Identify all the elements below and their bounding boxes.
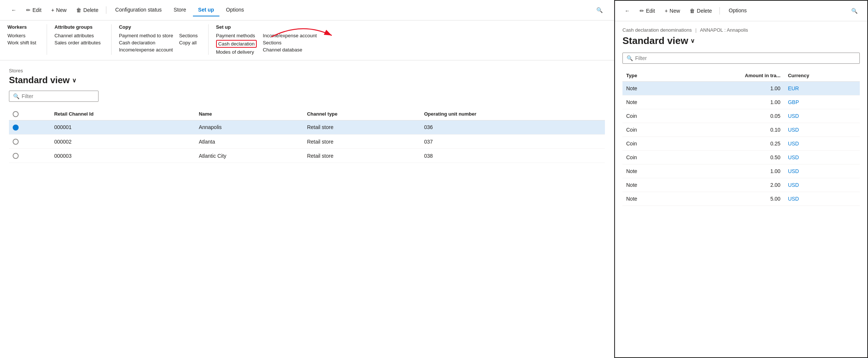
right-view-chevron[interactable]: ∨: [690, 37, 695, 44]
row-radio-0[interactable]: [13, 125, 19, 131]
right-filter-input[interactable]: [635, 55, 856, 61]
ribbon-link-sales-order-attributes[interactable]: Sales order attributes: [54, 40, 101, 45]
row-radio-cell[interactable]: [9, 120, 50, 134]
ribbon: Workers Workers Work shift list Attribut…: [0, 21, 614, 60]
right-back-button[interactable]: ←: [621, 6, 634, 16]
right-delete-button[interactable]: 🗑 Delete: [686, 6, 715, 16]
row-amount: 0.25: [671, 137, 784, 151]
ribbon-link-modes-of-delivery[interactable]: Modes of delivery: [216, 49, 257, 55]
row-channel-id[interactable]: 000001: [50, 120, 195, 134]
ribbon-link-channel-attributes[interactable]: Channel attributes: [54, 33, 101, 38]
col-amount[interactable]: Amount in tra...: [671, 70, 784, 82]
ribbon-link-workers[interactable]: Workers: [7, 33, 36, 38]
back-button[interactable]: ←: [7, 5, 20, 15]
col-operating-unit[interactable]: Operating unit number: [420, 108, 605, 120]
edit-label: Edit: [32, 7, 41, 13]
table-row[interactable]: 000003 Atlantic City Retail store 038: [9, 149, 605, 163]
table-row[interactable]: Note 1.00 USD: [622, 164, 860, 178]
table-row[interactable]: Note 5.00 USD: [622, 192, 860, 206]
row-currency: USD: [784, 178, 860, 192]
col-retail-channel-id[interactable]: Retail Channel Id: [50, 108, 195, 120]
edit-button[interactable]: ✏ Edit: [22, 5, 45, 15]
ribbon-link-workshift[interactable]: Work shift list: [7, 40, 36, 45]
ribbon-group-workers-title: Workers: [7, 24, 36, 30]
table-row[interactable]: 000002 Atlanta Retail store 037: [9, 134, 605, 148]
row-channel-id[interactable]: 000003: [50, 149, 195, 163]
tab-configuration-status[interactable]: Configuration status: [110, 4, 167, 16]
tab-setup[interactable]: Set up: [193, 4, 219, 16]
row-currency: GBP: [784, 95, 860, 109]
ribbon-link-copy-income-expense[interactable]: Income/expense account: [119, 47, 173, 53]
ribbon-group-attributes-title: Attribute groups: [54, 24, 101, 30]
right-toolbar: ← ✏ Edit + New 🗑 Delete Options 🔍: [615, 1, 867, 21]
table-row[interactable]: Note 1.00 EUR: [622, 82, 860, 95]
ribbon-link-copy-all[interactable]: Copy all: [179, 40, 198, 45]
row-name: Atlanta: [195, 134, 303, 148]
left-search-button[interactable]: 🔍: [593, 5, 606, 15]
ribbon-link-payment-methods[interactable]: Payment methods: [216, 33, 257, 38]
right-separator: [719, 7, 720, 15]
row-operating-unit: 036: [420, 120, 605, 134]
row-currency: USD: [784, 123, 860, 137]
row-amount: 2.00: [671, 178, 784, 192]
tab-store[interactable]: Store: [168, 4, 191, 16]
ribbon-link-setup-sections[interactable]: Sections: [263, 40, 317, 45]
ribbon-link-income-expense-account[interactable]: Income/expense account: [263, 33, 317, 38]
table-row[interactable]: 000001 Annapolis Retail store 036: [9, 120, 605, 134]
row-radio-cell[interactable]: [9, 134, 50, 148]
left-filter-input[interactable]: [22, 93, 94, 99]
delete-button[interactable]: 🗑 Delete: [72, 5, 102, 15]
row-type: Coin: [622, 151, 671, 164]
table-row[interactable]: Note 1.00 GBP: [622, 95, 860, 109]
stores-table: Retail Channel Id Name Channel type Oper…: [9, 108, 605, 163]
row-type: Note: [622, 192, 671, 206]
row-currency: EUR: [784, 82, 860, 95]
table-row[interactable]: Note 2.00 USD: [622, 178, 860, 192]
table-row[interactable]: Coin 0.05 USD: [622, 109, 860, 123]
table-row[interactable]: Coin 0.50 USD: [622, 151, 860, 164]
right-new-label: New: [669, 8, 680, 14]
ribbon-group-workers: Workers Workers Work shift list: [7, 24, 47, 55]
table-row[interactable]: Coin 0.25 USD: [622, 137, 860, 151]
row-operating-unit: 038: [420, 149, 605, 163]
right-search-button[interactable]: 🔍: [847, 6, 861, 16]
row-amount: 5.00: [671, 192, 784, 206]
header-radio[interactable]: [13, 111, 19, 117]
row-radio-1[interactable]: [13, 139, 19, 145]
row-name: Annapolis: [195, 120, 303, 134]
row-channel-id[interactable]: 000002: [50, 134, 195, 148]
new-label: New: [56, 7, 66, 13]
left-filter-box[interactable]: 🔍: [9, 91, 99, 102]
right-tab-options[interactable]: Options: [724, 4, 752, 17]
col-type[interactable]: Type: [622, 70, 671, 82]
col-currency[interactable]: Currency: [784, 70, 860, 82]
new-button[interactable]: + New: [47, 5, 70, 15]
right-edit-button[interactable]: ✏ Edit: [636, 6, 659, 16]
ribbon-group-setup: Set up Payment methods Cash declaration …: [216, 24, 327, 55]
right-new-button[interactable]: + New: [661, 6, 684, 16]
col-name[interactable]: Name: [195, 108, 303, 120]
left-toolbar: ← ✏ Edit + New 🗑 Delete Configuration st…: [0, 0, 614, 21]
row-type: Note: [622, 95, 671, 109]
ribbon-link-copy-cash-declaration[interactable]: Cash declaration: [119, 40, 173, 45]
right-filter-box[interactable]: 🔍: [622, 53, 860, 64]
left-main-content: Stores Standard view ∨ 🔍 Retail Channel …: [0, 60, 614, 358]
ribbon-link-payment-method-to-store[interactable]: Payment method to store: [119, 33, 173, 38]
row-currency: USD: [784, 151, 860, 164]
right-panel: ← ✏ Edit + New 🗑 Delete Options 🔍 Cash d…: [614, 0, 868, 358]
stores-table-header: Retail Channel Id Name Channel type Oper…: [9, 108, 605, 120]
right-filter-icon: 🔍: [627, 55, 633, 61]
ribbon-link-channel-database[interactable]: Channel database: [263, 47, 317, 53]
table-row[interactable]: Coin 0.10 USD: [622, 123, 860, 137]
ribbon-link-setup-cash-declaration[interactable]: Cash declaration: [216, 40, 257, 48]
row-radio-2[interactable]: [13, 153, 19, 159]
row-amount: 0.05: [671, 109, 784, 123]
tab-options[interactable]: Options: [221, 4, 249, 16]
col-channel-type[interactable]: Channel type: [303, 108, 421, 120]
back-icon: ←: [11, 7, 16, 13]
edit-icon: ✏: [26, 7, 31, 13]
left-view-chevron[interactable]: ∨: [72, 77, 77, 84]
delete-label: Delete: [83, 7, 98, 13]
row-radio-cell[interactable]: [9, 149, 50, 163]
ribbon-link-copy-sections[interactable]: Sections: [179, 33, 198, 38]
